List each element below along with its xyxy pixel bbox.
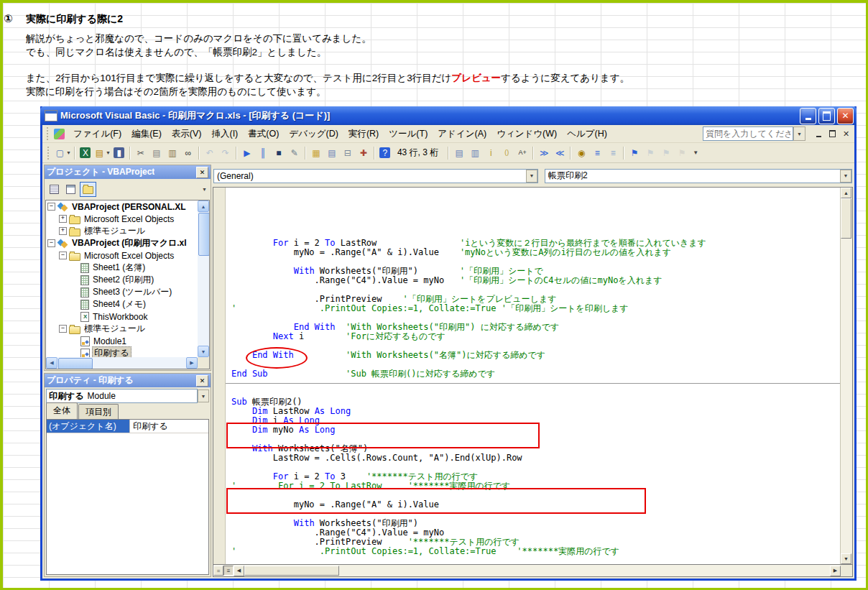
menubar-grip[interactable]	[47, 127, 51, 140]
tree-item-7[interactable]: Sheet3 (ツールバー)	[46, 286, 198, 298]
toggle-breakpoint-icon[interactable]: ◉	[573, 146, 589, 160]
insert-userform-icon-dropdown-arrow[interactable]: ▼	[66, 150, 71, 155]
property-name-cell[interactable]: (オブジェクト名)	[47, 420, 130, 433]
tree-item-10[interactable]: −標準モジュール	[46, 323, 198, 335]
code-hscroll-thumb[interactable]	[244, 566, 339, 576]
clear-bookmarks-icon[interactable]: ⚑	[674, 146, 690, 160]
menu-item-5[interactable]: デバッグ(D)	[284, 126, 343, 142]
copy-icon[interactable]: ▤	[149, 146, 165, 160]
undo-icon[interactable]: ↶	[202, 146, 218, 160]
scroll-up-icon[interactable]: ▲	[198, 200, 209, 212]
insert-object-icon[interactable]: ▤▼	[93, 146, 111, 160]
menu-item-6[interactable]: 実行(R)	[343, 126, 384, 142]
uncomment-block-icon[interactable]: ≡	[605, 146, 621, 160]
procedure-view-button[interactable]: =	[213, 566, 223, 576]
procedure-dropdown-arrow[interactable]: ▼	[840, 170, 851, 183]
project-vertical-scrollbar[interactable]: ▲ ▼	[198, 200, 209, 357]
code-vscroll-thumb[interactable]	[841, 198, 851, 239]
list-properties-icon[interactable]: ▤	[451, 146, 467, 160]
expand-icon[interactable]: +	[59, 215, 67, 223]
collapse-icon[interactable]: −	[59, 252, 67, 259]
scroll-right-icon[interactable]: ▶	[186, 357, 198, 369]
titlebar[interactable]: Microsoft Visual Basic - 印刷用マクロ.xls - [印…	[40, 106, 857, 125]
properties-caption[interactable]: プロパティ - 印刷する ✕	[45, 374, 211, 387]
project-horizontal-scrollbar[interactable]: ◀ ▶	[46, 357, 198, 369]
project-explorer-icon[interactable]: ▦	[308, 146, 324, 160]
parameter-info-icon[interactable]: ()	[499, 146, 514, 160]
object-selector[interactable]: 印刷する Module	[46, 389, 198, 403]
paste-icon[interactable]: ▥	[165, 146, 180, 160]
minimize-button[interactable]	[800, 108, 816, 124]
toolbox-icon[interactable]: ✚	[356, 146, 371, 160]
quick-info-icon[interactable]: i	[483, 146, 499, 160]
expand-icon[interactable]: +	[59, 227, 67, 235]
project-options-arrow[interactable]: ▼	[202, 187, 207, 192]
tree-item-5[interactable]: Sheet1 (名簿)	[46, 262, 198, 274]
code-scroll-left-icon[interactable]: ◀	[234, 566, 244, 576]
code-margin-indicator-bar[interactable]	[213, 188, 226, 564]
code-scroll-down-icon[interactable]: ▼	[841, 553, 851, 564]
find-icon[interactable]: ∞	[180, 146, 196, 160]
indent-icon[interactable]: ≫	[536, 146, 552, 160]
menu-item-9[interactable]: ウィンドウ(W)	[491, 126, 562, 142]
code-scroll-up-icon[interactable]: ▲	[841, 188, 851, 198]
cut-icon[interactable]: ✂	[133, 146, 149, 160]
object-dropdown-arrow[interactable]: ▼	[526, 170, 537, 183]
previous-bookmark-icon[interactable]: ⚑	[658, 146, 674, 160]
run-icon[interactable]: ▶	[239, 146, 255, 160]
tree-item-1[interactable]: +Microsoft Excel Objects	[46, 213, 198, 225]
tree-item-4[interactable]: −Microsoft Excel Objects	[46, 249, 198, 262]
tree-item-11[interactable]: Module1	[46, 335, 198, 347]
view-excel-icon[interactable]: X	[78, 146, 93, 160]
help-icon[interactable]: ?	[377, 146, 393, 160]
next-bookmark-icon[interactable]: ⚑	[642, 146, 658, 160]
insert-userform-icon[interactable]: ▢▼	[54, 146, 72, 160]
mdi-close-button[interactable]: ✕	[840, 129, 852, 139]
mdi-restore-button[interactable]	[826, 129, 839, 139]
menu-item-7[interactable]: ツール(T)	[384, 126, 433, 142]
object-selector-arrow[interactable]: ▼	[198, 390, 209, 402]
tab-categorized[interactable]: 項目別	[78, 404, 119, 419]
scroll-down-icon[interactable]: ▼	[198, 346, 209, 357]
project-vscroll-thumb[interactable]	[198, 213, 210, 256]
properties-close-button[interactable]: ✕	[196, 375, 208, 387]
outdent-icon[interactable]: ≪	[552, 146, 568, 160]
collapse-icon[interactable]: −	[59, 325, 67, 333]
code-text[interactable]: For i = 2 To LastRow 'iという変数に２行目から最終行までを…	[226, 188, 840, 564]
property-row[interactable]: (オブジェクト名) 印刷する	[47, 420, 208, 433]
property-value-cell[interactable]: 印刷する	[130, 420, 208, 433]
toggle-folders-button[interactable]	[80, 182, 96, 197]
menu-item-8[interactable]: アドイン(A)	[433, 126, 491, 142]
collapse-icon[interactable]: −	[47, 239, 55, 247]
code-scroll-right-icon[interactable]: ▶	[830, 566, 841, 576]
tree-item-9[interactable]: ThisWorkbook	[46, 310, 198, 323]
full-module-view-button[interactable]: ≡	[223, 566, 234, 576]
maximize-button[interactable]	[818, 108, 835, 124]
view-object-button[interactable]	[63, 183, 78, 196]
properties-window-icon[interactable]: ▤	[324, 146, 340, 160]
tree-item-6[interactable]: Sheet2 (印刷用)	[46, 274, 198, 286]
tree-item-8[interactable]: Sheet4 (メモ)	[46, 298, 198, 310]
procedure-dropdown[interactable]: 帳票印刷2 ▼	[545, 169, 852, 183]
collapse-icon[interactable]: −	[47, 203, 55, 211]
tree-item-12[interactable]: 印刷する	[46, 347, 198, 357]
tab-alphabetic[interactable]: 全体	[46, 402, 78, 419]
view-code-button[interactable]	[47, 183, 62, 196]
insert-object-icon-dropdown-arrow[interactable]: ▼	[106, 150, 111, 155]
comment-block-icon[interactable]: ≡	[589, 146, 605, 160]
toolbar-options-arrow[interactable]: ▼	[693, 149, 698, 156]
object-browser-icon[interactable]: ⊟	[340, 146, 356, 160]
toolbar-grip[interactable]	[47, 147, 52, 160]
menu-item-0[interactable]: ファイル(F)	[68, 126, 126, 142]
project-close-button[interactable]: ✕	[196, 167, 208, 178]
design-mode-icon[interactable]: ✎	[287, 146, 303, 160]
menu-item-3[interactable]: 挿入(I)	[206, 126, 243, 142]
complete-word-icon[interactable]: A+	[514, 146, 530, 160]
project-hscroll-thumb[interactable]	[58, 358, 93, 369]
code-editor[interactable]: For i = 2 To LastRow 'iという変数に２行目から最終行までを…	[213, 187, 853, 565]
tree-item-3[interactable]: −VBAProject (印刷用マクロ.xl	[46, 237, 198, 249]
break-icon[interactable]: ║	[255, 146, 271, 160]
menu-item-4[interactable]: 書式(O)	[243, 126, 284, 142]
close-button[interactable]: ✕	[837, 108, 854, 124]
menu-item-10[interactable]: ヘルプ(H)	[562, 126, 612, 142]
